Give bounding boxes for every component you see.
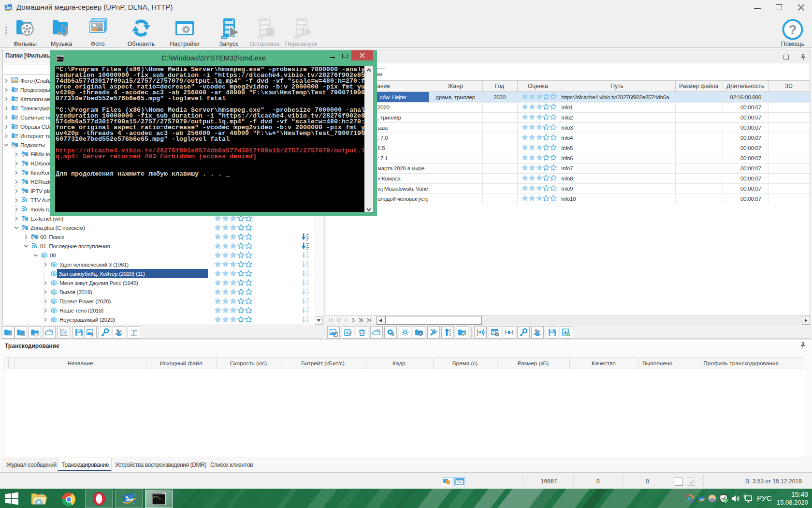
svg-text:?: ? — [788, 22, 797, 37]
svg-text:C:\_: C:\_ — [154, 496, 161, 499]
